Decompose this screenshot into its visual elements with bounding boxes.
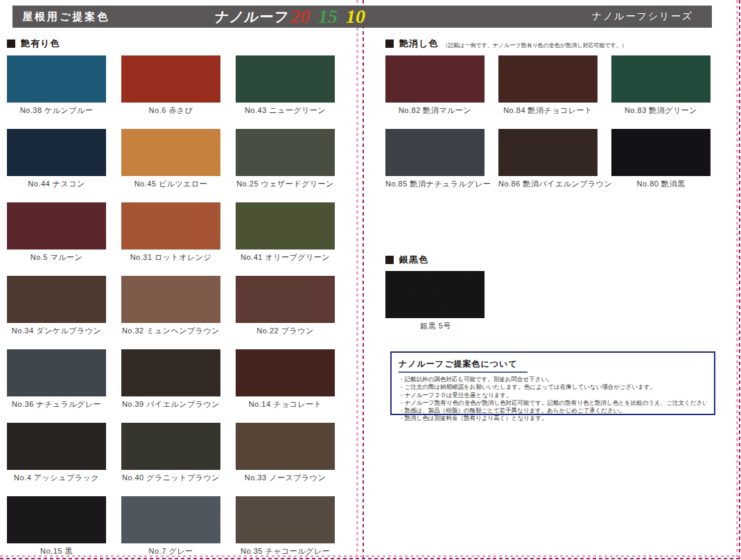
swatch-cell: No.84 艶消チョコレート bbox=[498, 55, 598, 116]
swatch-cell: No.86 艶消バイエルンブラウン bbox=[498, 129, 598, 189]
color-swatch bbox=[385, 55, 485, 103]
swatch-label: No.45 ビルツエロー bbox=[121, 179, 220, 189]
swatch-cell: No.22 ブラウン bbox=[236, 276, 335, 336]
color-swatch bbox=[121, 129, 220, 176]
swatch-label: 銀黒 5号 bbox=[385, 321, 486, 331]
color-swatch bbox=[7, 423, 106, 470]
swatch-cell: No.36 ナチュラルグレー bbox=[7, 349, 106, 410]
color-swatch bbox=[236, 55, 335, 103]
swatch-cell: No.85 艶消ナチュラルグレー bbox=[385, 129, 485, 189]
color-swatch bbox=[7, 202, 106, 250]
swatch-cell: No.44 ナスコン bbox=[7, 129, 106, 189]
swatch-label: No.5 マルーン bbox=[7, 252, 106, 263]
brand-name: ナノルーフ bbox=[213, 8, 291, 26]
matte-section-title: 艶消し色 bbox=[399, 37, 438, 50]
color-swatch bbox=[121, 276, 220, 323]
swatch-label: No.85 艶消ナチュラルグレー bbox=[385, 179, 485, 189]
swatch-label: No.83 艶消グリーン bbox=[611, 105, 711, 116]
silver-black-swatch bbox=[385, 271, 485, 318]
swatch-label: No.43 ニューグリーン bbox=[236, 105, 335, 116]
brand-number-10: 10 bbox=[346, 7, 365, 26]
color-swatch bbox=[7, 276, 106, 323]
swatch-label: No.36 ナチュラルグレー bbox=[7, 399, 106, 410]
glossy-swatch-grid: No.38 ケルンブルー No.6 赤さび No.43 ニューグリーン No.4… bbox=[7, 55, 335, 557]
glossy-section-title: 艶有り色 bbox=[21, 37, 60, 50]
swatch-label: No.31 ロットオレンジ bbox=[121, 252, 220, 263]
silver-black-section: 銀黒色 銀黒 5号 bbox=[385, 254, 486, 331]
swatch-cell: No.41 オリーブグリーン bbox=[236, 202, 335, 263]
swatch-cell: No.45 ビルツエロー bbox=[121, 129, 220, 189]
swatch-cell: No.6 赤さび bbox=[121, 55, 220, 116]
swatch-cell: No.5 マルーン bbox=[7, 202, 106, 263]
brand-number-20: 20 bbox=[290, 7, 310, 26]
info-box: ナノルーフご提案色について ・記載以外の調色対応も可能です。別途お問合せ下さい。… bbox=[390, 351, 715, 415]
matte-section-header: 艶消し色 （記載は一例です。ナノルーフ艶有り色の全色が艶消し対応可能です。） bbox=[385, 37, 627, 50]
square-bullet-icon bbox=[385, 40, 394, 48]
info-bullet: ・ご注文の際は納期確認をお願いいたします。色によっては在庫していない場合がござい… bbox=[399, 383, 707, 391]
color-swatch bbox=[498, 129, 598, 176]
color-swatch bbox=[236, 349, 335, 396]
color-swatch bbox=[121, 496, 220, 543]
color-swatch bbox=[7, 129, 106, 176]
swatch-label: No.44 ナスコン bbox=[7, 179, 106, 189]
color-chart-page: 屋根用ご提案色 ナノルーフ 20 15 10 ナノルーフシリーズ 艶有り色 No… bbox=[0, 0, 741, 560]
crop-mark-center-magenta bbox=[363, 0, 364, 560]
swatch-cell: No.14 チョコレート bbox=[236, 349, 335, 410]
color-swatch bbox=[7, 496, 106, 543]
info-bullet: ・記載以外の調色対応も可能です。別途お問合せ下さい。 bbox=[399, 376, 707, 383]
swatch-label: No.15 黒 bbox=[7, 546, 106, 557]
color-swatch bbox=[236, 496, 335, 543]
swatch-label: No.22 ブラウン bbox=[236, 326, 335, 336]
swatch-cell: No.83 艶消グリーン bbox=[611, 55, 711, 116]
swatch-cell: No.43 ニューグリーン bbox=[236, 55, 335, 116]
swatch-cell: No.35 チャコールグレー bbox=[236, 496, 335, 557]
swatch-label: No.86 艶消バイエルンブラウン bbox=[498, 179, 598, 189]
title-bar: 屋根用ご提案色 ナノルーフ 20 15 10 ナノルーフシリーズ bbox=[12, 6, 712, 28]
swatch-cell: No.82 艶消マルーン bbox=[385, 55, 485, 116]
swatch-label: No.80 艶消黒 bbox=[611, 179, 711, 189]
square-bullet-icon bbox=[7, 40, 15, 48]
crop-mark-right-pink bbox=[736, 0, 738, 560]
color-swatch bbox=[236, 202, 335, 250]
info-bullet: ・艶消し色は別途料金（艶有りより高く）となります。 bbox=[399, 414, 707, 422]
swatch-label: No.34 ダンケルブラウン bbox=[7, 326, 106, 336]
swatch-label: No.32 ミュンヘンブラウン bbox=[121, 326, 220, 336]
swatch-cell: No.7 グレー bbox=[121, 496, 220, 557]
info-bullet: ・ナノルーフ２０は受注生産となります。 bbox=[399, 392, 707, 399]
swatch-label: No.33 ノースブラウン bbox=[236, 473, 335, 483]
crop-mark-right-magenta bbox=[739, 0, 740, 560]
color-swatch bbox=[121, 349, 220, 396]
color-swatch bbox=[498, 55, 598, 103]
swatch-cell: No.38 ケルンブルー bbox=[7, 55, 106, 116]
info-box-bullets: ・記載以外の調色対応も可能です。別途お問合せ下さい。 ・ご注文の際は納期確認をお… bbox=[399, 376, 707, 423]
swatch-cell: No.4 アッシュブラック bbox=[7, 423, 106, 483]
swatch-cell: No.33 ノースブラウン bbox=[236, 423, 335, 483]
matte-swatch-grid: No.82 艶消マルーン No.84 艶消チョコレート No.83 艶消グリーン… bbox=[385, 55, 711, 189]
swatch-label: No.40 グラニットブラウン bbox=[121, 473, 220, 483]
swatch-label: No.38 ケルンブルー bbox=[7, 105, 106, 116]
swatch-cell: No.15 黒 bbox=[7, 496, 106, 557]
swatch-cell: No.32 ミュンヘンブラウン bbox=[121, 276, 220, 336]
color-swatch bbox=[7, 349, 106, 396]
swatch-label: No.6 赤さび bbox=[121, 105, 220, 116]
info-box-title: ナノルーフご提案色について bbox=[399, 358, 528, 373]
swatch-label: No.25 ウェザードグリーン bbox=[236, 179, 335, 189]
swatch-cell: No.80 艶消黒 bbox=[611, 129, 711, 189]
swatch-label: No.7 グレー bbox=[121, 546, 220, 557]
swatch-cell: No.34 ダンケルブラウン bbox=[7, 276, 106, 336]
color-swatch bbox=[611, 129, 711, 176]
swatch-cell: No.31 ロットオレンジ bbox=[121, 202, 220, 263]
color-swatch bbox=[7, 55, 106, 103]
swatch-label: No.39 バイエルンブラウン bbox=[121, 399, 220, 410]
color-swatch bbox=[236, 129, 335, 176]
color-swatch bbox=[611, 55, 711, 103]
crop-mark-bottom-magenta bbox=[0, 558, 741, 559]
series-title: ナノルーフシリーズ bbox=[592, 10, 693, 23]
info-bullet: ・ナノルーフ艶有り色の全色が艶消し色対応可能です。記載の艶有り色と艶消し色とを比… bbox=[399, 399, 707, 407]
silver-black-title: 銀黒色 bbox=[399, 254, 428, 266]
swatch-label: No.4 アッシュブラック bbox=[7, 473, 106, 483]
swatch-cell: No.39 バイエルンブラウン bbox=[121, 349, 220, 410]
brand-number-15: 15 bbox=[318, 7, 338, 26]
square-bullet-icon bbox=[385, 256, 394, 264]
swatch-cell: No.25 ウェザードグリーン bbox=[236, 129, 335, 189]
